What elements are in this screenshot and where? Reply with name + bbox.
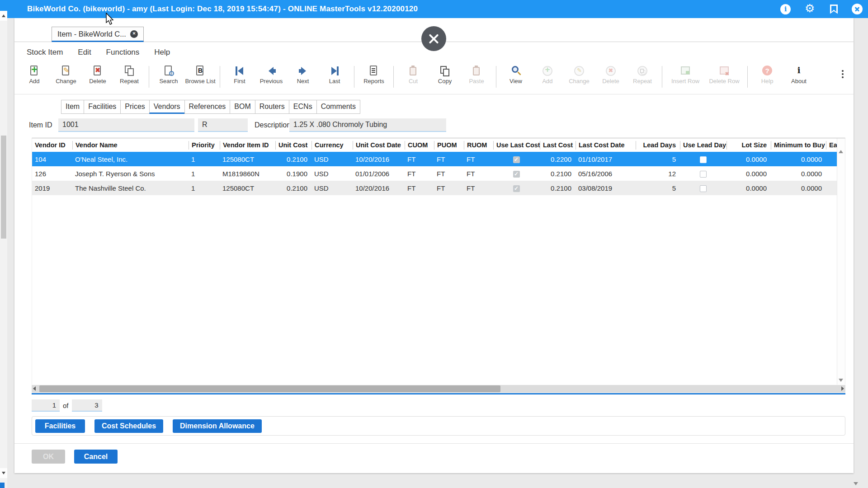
dialog-close-button[interactable] <box>421 26 446 51</box>
tab-references[interactable]: References <box>184 100 231 114</box>
titlebar-close-icon[interactable] <box>852 4 863 14</box>
doc-repeat-button[interactable]: Repeat <box>113 65 145 84</box>
cell-priority: 1 <box>189 170 220 178</box>
cell-unit-cost: 0.1900 <box>275 170 311 178</box>
cell-lead-days: 12 <box>636 170 680 178</box>
table-row[interactable]: 2019The Nashville Steel Co.1125080CT0.21… <box>32 181 837 195</box>
arrow-first-button[interactable]: First <box>224 65 255 84</box>
vertical-scrollbar-thumb[interactable] <box>1 136 6 239</box>
current-record-field[interactable]: 1 <box>32 399 60 412</box>
page-vertical-scrollbar[interactable] <box>0 11 7 488</box>
column-header-lot-size[interactable]: Lot Size <box>726 141 771 150</box>
tab-vendors[interactable]: Vendors <box>149 100 185 114</box>
column-header-unit-cost-date[interactable]: Unit Cost Date <box>353 141 405 150</box>
column-header-puom[interactable]: PUOM <box>434 141 464 150</box>
table-row[interactable]: 104O'Neal Steel, Inc.1125080CT0.2100USD1… <box>32 152 837 166</box>
use-last-cost-checkbox[interactable] <box>513 156 520 163</box>
tab-item[interactable]: Item <box>61 100 84 114</box>
dimension-allowance-button[interactable]: Dimension Allowance <box>173 419 262 433</box>
doc-search-button[interactable]: Search <box>153 65 184 84</box>
kebab-menu-icon[interactable] <box>838 69 847 80</box>
table-vertical-scrollbar[interactable] <box>837 138 845 385</box>
use-lead-days-checkbox[interactable] <box>700 156 707 163</box>
menu-functions[interactable]: Functions <box>106 48 140 57</box>
arrow-prev-button[interactable]: Previous <box>255 65 287 84</box>
arrow-next-button[interactable]: Next <box>287 65 319 84</box>
ok-button[interactable]: OK <box>32 450 65 464</box>
menu-stock-item[interactable]: Stock Item <box>27 48 63 57</box>
cancel-button[interactable]: Cancel <box>74 450 118 464</box>
column-header-vendor-name[interactable]: Vendor Name <box>72 141 189 150</box>
info-icon[interactable] <box>780 4 791 14</box>
tab-ecns[interactable]: ECNs <box>289 100 317 114</box>
use-last-cost-checkbox[interactable] <box>513 171 520 178</box>
table-scroll-up-icon[interactable] <box>839 150 843 153</box>
doc-edit-button[interactable]: Change <box>50 65 82 84</box>
tab-prices[interactable]: Prices <box>120 100 149 114</box>
tab-bom[interactable]: BOM <box>230 100 255 114</box>
cell-minimum-to-buy: 0.0000 <box>771 184 826 192</box>
view-magnifier-button[interactable]: View <box>500 65 532 84</box>
column-header-last-cost[interactable]: Last Cost <box>540 141 576 150</box>
arrow-last-button[interactable]: Last <box>319 65 350 84</box>
scroll-right-arrow-icon[interactable] <box>841 386 844 391</box>
settings-gear-icon[interactable] <box>805 4 816 15</box>
use-last-cost-checkbox[interactable] <box>513 185 520 192</box>
revision-field[interactable]: R <box>198 118 248 132</box>
column-header-minimum-to-buy[interactable]: Minimum to Buy <box>771 141 826 150</box>
tab-routers[interactable]: Routers <box>255 100 289 114</box>
menu-help[interactable]: Help <box>154 48 170 57</box>
doc-browse-button[interactable]: Browse List <box>184 65 216 84</box>
doc-add-button[interactable]: Add <box>19 65 50 84</box>
table-scroll-down-icon[interactable] <box>839 379 843 382</box>
use-lead-days-checkbox[interactable] <box>700 171 707 178</box>
column-header-unit-cost[interactable]: Unit Cost <box>275 141 311 150</box>
doc-delete-button[interactable]: Delete <box>82 65 113 84</box>
column-header-vendor-item-id[interactable]: Vendor Item ID <box>220 141 275 150</box>
toolbar-label: Next <box>287 78 319 84</box>
toolbar-label: View <box>500 78 532 84</box>
tab-facilities[interactable]: Facilities <box>84 100 121 114</box>
cell-last-cost: 0.2100 <box>540 170 576 178</box>
tab-close-icon[interactable] <box>130 30 138 38</box>
cell-cuom: FT <box>405 170 434 178</box>
column-header-vendor-id[interactable]: Vendor ID <box>32 141 72 150</box>
doc-browse-icon <box>194 65 206 77</box>
cell-vendor-item-id: 125080CT <box>220 184 275 192</box>
use-lead-days-checkbox[interactable] <box>700 185 707 192</box>
page-scroll-down-arrow-icon[interactable] <box>854 482 858 485</box>
column-header-cuom[interactable]: CUOM <box>405 141 434 150</box>
window-tab[interactable]: Item - BikeWorld C... <box>52 27 144 42</box>
toolbar-separator <box>747 66 748 88</box>
copy-button[interactable]: Copy <box>429 65 461 84</box>
horizontal-scrollbar-thumb[interactable] <box>39 385 500 392</box>
table-row[interactable]: 126Joseph T. Ryerson & Sons1M1819860N0.1… <box>32 166 837 181</box>
description-field[interactable]: 1.25 X .080 Chromoly Tubing <box>289 118 446 132</box>
column-header-ruom[interactable]: RUOM <box>464 141 493 150</box>
cell-puom: FT <box>434 170 464 178</box>
cut-button: Cut <box>397 65 429 84</box>
pagination-of-label: of <box>63 402 69 409</box>
bookmark-icon[interactable] <box>830 5 838 14</box>
about-info-button[interactable]: About <box>783 65 815 84</box>
facilities-button[interactable]: Facilities <box>35 419 85 433</box>
scroll-up-arrow-icon[interactable] <box>0 11 7 21</box>
column-header-last-cost-date[interactable]: Last Cost Date <box>576 141 636 150</box>
toolbar-label: Help <box>751 78 783 84</box>
total-records-field[interactable]: 3 <box>72 399 102 412</box>
scroll-left-arrow-icon[interactable] <box>33 386 36 391</box>
column-header-ea[interactable]: Ea <box>826 141 837 150</box>
menu-edit[interactable]: Edit <box>78 48 91 57</box>
cost-schedules-button[interactable]: Cost Schedules <box>94 419 163 433</box>
report-doc-button[interactable]: Reports <box>358 65 390 84</box>
column-header-priority[interactable]: Priority <box>189 141 220 150</box>
item-id-field[interactable]: 1001 <box>58 118 194 132</box>
column-header-use-last-cost[interactable]: Use Last Cost <box>493 141 540 150</box>
scroll-down-arrow-icon[interactable] <box>0 468 7 478</box>
cut-icon <box>407 65 419 77</box>
tab-comments[interactable]: Comments <box>316 100 360 114</box>
column-header-lead-days[interactable]: Lead Days <box>636 141 680 150</box>
column-header-currency[interactable]: Currency <box>311 141 353 150</box>
column-header-use-lead-days[interactable]: Use Lead Days <box>680 141 726 150</box>
table-horizontal-scrollbar[interactable] <box>32 385 845 393</box>
